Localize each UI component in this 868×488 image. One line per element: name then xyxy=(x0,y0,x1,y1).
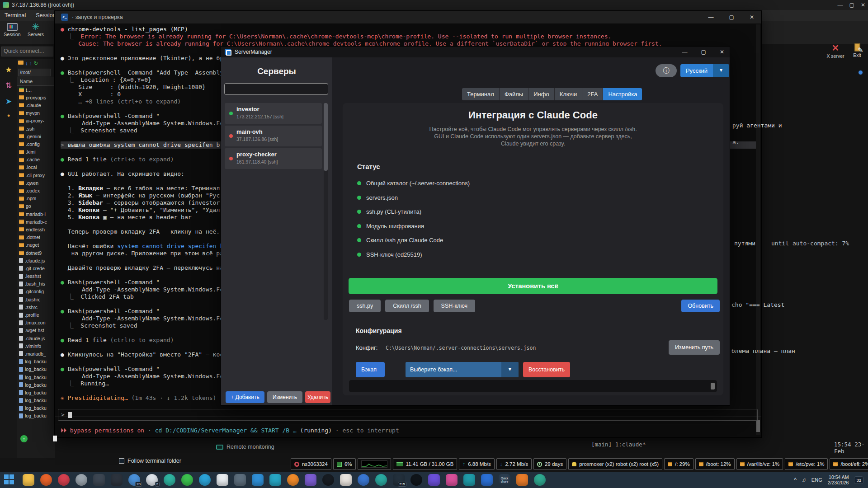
taskbar-app-app-r-blue[interactable] xyxy=(481,474,493,486)
tab-терминал[interactable]: Терминал xyxy=(462,88,499,100)
toolbar-item-servers[interactable]: ✳ Servers xyxy=(24,22,47,37)
chip-ssh.py[interactable]: ssh.py xyxy=(349,300,381,312)
taskbar-app-app-cyan[interactable] xyxy=(269,474,281,486)
tray-chevron-icon[interactable]: ^ xyxy=(794,477,797,483)
tree-item[interactable]: myvpn xyxy=(17,109,55,117)
tab-2fa[interactable]: 2FA xyxy=(582,88,603,100)
pencil-icon[interactable]: ✎ xyxy=(858,46,863,54)
tree-item[interactable]: endlessh xyxy=(17,225,55,233)
tree-item[interactable]: log_backu xyxy=(17,358,55,366)
maximize-icon[interactable]: ▢ xyxy=(729,14,734,20)
backup-now-button[interactable]: Бэкап сейчас xyxy=(356,362,385,377)
tree-item[interactable]: .gitconfig xyxy=(17,288,55,296)
tree-item[interactable]: .viminfo xyxy=(17,342,55,350)
tray-segment[interactable]: /etc/pve: 1% xyxy=(785,458,828,470)
tree-item[interactable]: .dotnet xyxy=(17,234,55,241)
orange-dot-icon[interactable]: ● xyxy=(0,113,17,118)
taskbar-app-chrome-profile-b[interactable]: 2 xyxy=(146,474,158,486)
taskbar-app-app-teal-swirl[interactable] xyxy=(164,474,175,486)
taskbar-app-writer-document[interactable] xyxy=(217,474,228,486)
taskbar-app-app-dark-clock[interactable]: 715 xyxy=(393,474,405,486)
delete-server-button[interactable]: Удалить xyxy=(305,391,330,403)
terminal-scrollbar[interactable] xyxy=(756,24,760,435)
tree-item[interactable]: mariadb-c xyxy=(17,218,55,225)
taskbar-app-file-explorer[interactable] xyxy=(23,474,34,486)
upload-arrow-icon[interactable]: ↑ xyxy=(30,61,33,66)
tab-файлы[interactable]: Файлы xyxy=(500,88,528,100)
checkbox-icon[interactable] xyxy=(119,458,124,464)
minimize-icon[interactable]: — xyxy=(838,2,843,8)
remote-monitoring-label[interactable]: Remote monitoring xyxy=(216,444,274,450)
close-icon[interactable]: ✕ xyxy=(750,14,754,20)
tree-item[interactable]: proxyapis xyxy=(17,94,55,101)
tree-item[interactable]: .claude xyxy=(17,101,55,109)
taskbar-app-app-black-moon[interactable] xyxy=(322,474,334,486)
tree-item[interactable]: .ssh xyxy=(17,125,55,132)
tree-item[interactable]: .config xyxy=(17,140,55,148)
tray-segment[interactable]: /boot/efi: 2% xyxy=(830,458,868,470)
taskbar-app-obs-studio[interactable] xyxy=(410,474,422,486)
taskbar-app-app-slate[interactable] xyxy=(234,474,246,486)
server-search-input[interactable] xyxy=(224,83,328,95)
tab-настройка[interactable]: Настройка xyxy=(603,88,642,100)
expand-up-icon[interactable]: ↑ xyxy=(20,435,28,442)
volume-icon[interactable]: ♫ xyxy=(802,477,806,483)
scrollbar-thumb[interactable] xyxy=(711,383,715,389)
tree-item[interactable]: log_backu xyxy=(17,373,55,381)
tree-item[interactable]: log_backu xyxy=(17,366,55,373)
tree-item[interactable]: .git-crede xyxy=(17,264,55,272)
add-server-button[interactable]: + Добавить xyxy=(226,391,264,403)
tree-header-name[interactable]: Name xyxy=(17,77,55,86)
download-arrow-icon[interactable]: ↓ xyxy=(25,61,28,66)
tree-item[interactable]: dotnet9 xyxy=(17,249,55,257)
refresh-icon[interactable]: ↻ xyxy=(34,61,38,66)
tree-item[interactable]: log_backu xyxy=(17,404,55,412)
server-list-scrollbar[interactable] xyxy=(324,103,328,320)
taskbar-app-app-white-red[interactable] xyxy=(340,474,352,486)
tray-segment[interactable]: /var/lib/vz: 1% xyxy=(736,458,783,470)
terminal-titlebar[interactable]: >_ · запуск и проверка — ▢ ✕ xyxy=(55,11,761,23)
tray-segment[interactable]: 29 days xyxy=(533,458,566,470)
tree-item[interactable]: log_backu xyxy=(17,389,55,396)
taskbar-app-app-teal[interactable] xyxy=(375,474,387,486)
server-item-investor[interactable]: investor173.212.212.157 [ssh] xyxy=(225,103,322,124)
change-path-button[interactable]: Изменить путь xyxy=(669,340,720,355)
install-all-button[interactable]: Установить всё xyxy=(349,278,717,294)
taskbar-app-vscode[interactable] xyxy=(252,474,264,486)
taskbar-app-quick-share[interactable]: Quick share xyxy=(499,474,510,486)
tree-item[interactable]: .local xyxy=(17,164,55,171)
toolbar-item-session[interactable]: Session xyxy=(1,22,24,37)
chip-скилл /ssh[interactable]: Скилл /ssh xyxy=(385,300,429,312)
tree-item[interactable]: .claude.js xyxy=(17,257,55,264)
tray-segment[interactable]: ↑6.88 Mb/s xyxy=(459,458,494,470)
input-language-indicator[interactable]: ENG xyxy=(811,477,822,483)
taskbar-app-app-blue[interactable] xyxy=(358,474,369,486)
minimize-icon[interactable]: — xyxy=(708,14,714,20)
taskbar-app-telegram[interactable] xyxy=(199,474,211,486)
tree-item[interactable]: log_backu xyxy=(17,412,55,420)
tray-segment[interactable]: /boot: 12% xyxy=(695,458,735,470)
tree-item[interactable]: .gemini xyxy=(17,132,55,140)
notification-badge[interactable]: 32 xyxy=(854,476,863,484)
follow-terminal-folder-checkbox[interactable]: Follow terminal folder xyxy=(119,458,181,464)
tree-item[interactable]: .wget-hst xyxy=(17,327,55,334)
tree-item[interactable]: .bash_his xyxy=(17,280,55,288)
close-icon[interactable]: ✕ xyxy=(861,2,865,8)
tree-item[interactable]: log_backu xyxy=(17,381,55,389)
scrollbar-thumb[interactable] xyxy=(324,103,328,171)
taskbar-app-app-dark-si[interactable] xyxy=(93,474,105,486)
tree-item[interactable]: .bashrc xyxy=(17,296,55,303)
server-item-proxy-checker[interactable]: proxy-checker161.97.118.40 [ssh] xyxy=(225,148,322,169)
taskbar-app-brave-browser[interactable] xyxy=(40,474,52,486)
start-button[interactable] xyxy=(4,474,15,485)
taskbar-app-app-dark-cube[interactable] xyxy=(111,474,123,486)
language-dropdown[interactable]: Русский ▾ xyxy=(680,64,729,77)
taskbar-app-chrome-profile-a[interactable]: 20 xyxy=(128,474,140,486)
tree-item[interactable]: .mariadb_ xyxy=(17,350,55,357)
maximize-icon[interactable]: ▢ xyxy=(849,2,854,8)
send-icon[interactable]: ➤ xyxy=(0,97,17,106)
tree-item[interactable]: .kimi xyxy=(17,148,55,156)
terminal-prompt-input[interactable]: > xyxy=(58,409,758,421)
maximize-icon[interactable]: ▢ xyxy=(701,49,706,55)
info-button[interactable]: ⓘ xyxy=(656,64,677,77)
